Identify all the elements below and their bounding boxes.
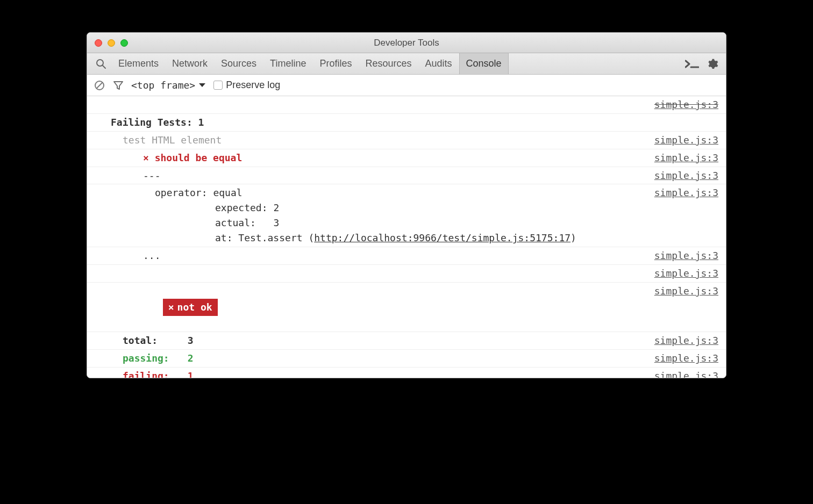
source-link[interactable]: simple.js:3 [644,168,718,183]
clear-console-icon[interactable] [94,80,105,91]
window-controls [95,39,128,47]
tab-console[interactable]: Console [459,53,509,74]
summary-failing: failing: 1 [95,369,194,378]
frame-label: <top frame> [131,80,195,91]
tabbar-right-icons [685,53,722,74]
log-row-summary-failing: failing: 1 simple.js:3 [87,368,726,378]
window-title: Developer Tools [374,38,439,48]
log-row-fail: × should be equal simple.js:3 [87,149,726,167]
source-link[interactable]: simple.js:3 [644,150,718,165]
filter-icon[interactable] [113,80,124,91]
devtools-window: Developer Tools Elements Network Sources… [87,32,726,378]
chevron-down-icon [198,83,206,88]
log-row-details: operator: equal expected: 2 actual: 3 at… [87,184,726,247]
ellipsis: ... [95,248,161,263]
frame-selector[interactable]: <top frame> [131,80,206,91]
preserve-log-label: Preserve log [226,80,280,91]
source-link[interactable]: simple.js:3 [644,248,718,263]
source-link[interactable]: simple.js:3 [644,97,718,112]
log-row-summary-passing: passing: 2 simple.js:3 [87,350,726,368]
tab-profiles[interactable]: Profiles [313,53,359,74]
tab-audits[interactable]: Audits [419,53,459,74]
summary-total: total: 3 [95,333,194,348]
preserve-log-toggle[interactable]: Preserve log [213,80,280,91]
settings-icon[interactable] [707,58,718,70]
tab-network[interactable]: Network [166,53,215,74]
zoom-button[interactable] [120,39,128,47]
source-link[interactable]: simple.js:3 [644,266,718,281]
stack-link[interactable]: http://localhost:9966/test/simple.js:517… [314,232,570,243]
source-link[interactable]: simple.js:3 [644,333,718,348]
log-row-heading: Failing Tests: 1 [87,114,726,132]
log-row: --- simple.js:3 [87,167,726,185]
svg-line-4 [97,82,103,88]
tabbar: Elements Network Sources Timeline Profil… [87,53,726,75]
tab-elements[interactable]: Elements [112,53,166,74]
source-link[interactable]: simple.js:3 [644,133,718,148]
checkbox-icon [213,81,223,90]
svg-point-0 [97,60,103,66]
fail-assertion: × should be equal [95,150,242,165]
tabs: Elements Network Sources Timeline Profil… [112,53,509,74]
drawer-toggle-icon[interactable] [685,59,699,69]
close-button[interactable] [95,39,102,47]
tab-resources[interactable]: Resources [359,53,419,74]
console-filterbar: <top frame> Preserve log [87,75,726,96]
log-row: test HTML element simple.js:3 [87,132,726,149]
tab-timeline[interactable]: Timeline [263,53,313,74]
source-link[interactable]: simple.js:3 [644,185,718,200]
console-output[interactable]: simple.js:3 Failing Tests: 1 test HTML e… [87,96,726,378]
source-link[interactable]: simple.js:3 [644,369,718,378]
titlebar: Developer Tools [87,33,726,53]
assertion-details: operator: equal expected: 2 actual: 3 at… [95,185,576,246]
svg-line-1 [103,66,105,68]
log-row: ... simple.js:3 [87,247,726,265]
failing-tests-heading: Failing Tests: 1 [95,115,204,130]
status-badge: ×not ok [163,299,218,316]
log-row-summary-total: total: 3 simple.js:3 [87,332,726,350]
log-row: simple.js:3 [87,96,726,114]
log-row-badge: ×not ok simple.js:3 [87,283,726,333]
summary-passing: passing: 2 [95,351,194,366]
source-link[interactable]: simple.js:3 [644,284,718,299]
search-icon[interactable] [90,53,112,74]
separator: --- [95,168,161,183]
tab-sources[interactable]: Sources [215,53,263,74]
test-name: test HTML element [95,133,222,148]
log-row-empty: simple.js:3 [87,265,726,283]
minimize-button[interactable] [108,39,115,47]
source-link[interactable]: simple.js:3 [644,351,718,366]
